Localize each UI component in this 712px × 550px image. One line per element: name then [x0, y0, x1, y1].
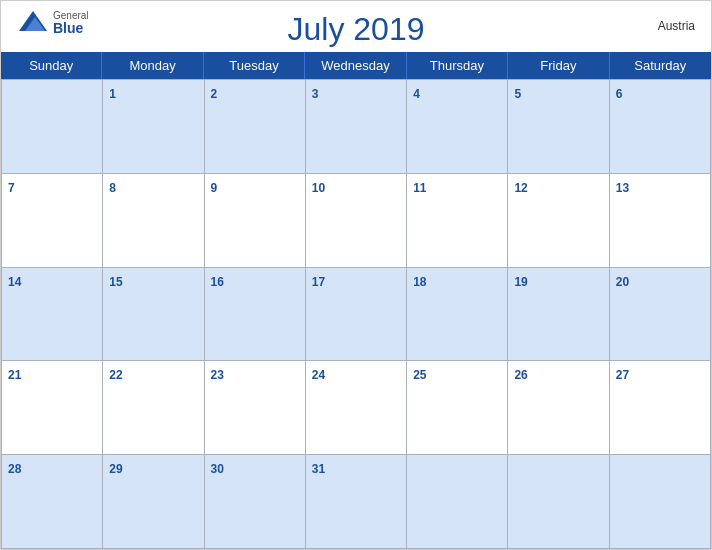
cell-num: 13: [616, 181, 629, 195]
week-row-2: 7 8 9 10 11 12 13: [2, 174, 711, 268]
cell-29: 29: [103, 455, 204, 549]
day-friday: Friday: [508, 52, 609, 79]
cell-num: 28: [8, 462, 21, 476]
day-monday: Monday: [102, 52, 203, 79]
cell-9: 9: [205, 174, 306, 268]
cell-num: 12: [514, 181, 527, 195]
cell-1: 1: [103, 80, 204, 174]
cell-num: 31: [312, 462, 325, 476]
country-label: Austria: [658, 19, 695, 33]
cell-num: 23: [211, 368, 224, 382]
cell-2: 2: [205, 80, 306, 174]
week-row-1: 1 2 3 4 5 6: [2, 80, 711, 174]
cell-28: 28: [2, 455, 103, 549]
cell-num: 22: [109, 368, 122, 382]
cell-num: 14: [8, 275, 21, 289]
cell-num: 1: [109, 87, 116, 101]
cell-num: 16: [211, 275, 224, 289]
days-header: Sunday Monday Tuesday Wednesday Thursday…: [1, 52, 711, 79]
cell-18: 18: [407, 268, 508, 362]
day-tuesday: Tuesday: [204, 52, 305, 79]
day-thursday: Thursday: [407, 52, 508, 79]
cell-num: 26: [514, 368, 527, 382]
cell-26: 26: [508, 361, 609, 455]
week-row-5: 28 29 30 31: [2, 455, 711, 549]
cell-num: 11: [413, 181, 426, 195]
cell-19: 19: [508, 268, 609, 362]
cell-num: 17: [312, 275, 325, 289]
cell-27: 27: [610, 361, 711, 455]
cell-21: 21: [2, 361, 103, 455]
day-saturday: Saturday: [610, 52, 711, 79]
cell-empty-4: [610, 455, 711, 549]
cell-num: 4: [413, 87, 420, 101]
logo-blue: Blue: [53, 21, 89, 36]
cell-16: 16: [205, 268, 306, 362]
cell-6: 6: [610, 80, 711, 174]
calendar-header: General Blue July 2019 Austria: [1, 1, 711, 52]
cell-7: 7: [2, 174, 103, 268]
cell-num: 15: [109, 275, 122, 289]
cell-20: 20: [610, 268, 711, 362]
cell-num: 29: [109, 462, 122, 476]
cell-30: 30: [205, 455, 306, 549]
cell-17: 17: [306, 268, 407, 362]
cell-22: 22: [103, 361, 204, 455]
cell-13: 13: [610, 174, 711, 268]
calendar-grid: 1 2 3 4 5 6 7 8 9 10 11 12 13 14 15 16 1…: [1, 79, 711, 549]
cell-10: 10: [306, 174, 407, 268]
cell-empty-2: [407, 455, 508, 549]
cell-31: 31: [306, 455, 407, 549]
month-title: July 2019: [288, 11, 425, 48]
cell-25: 25: [407, 361, 508, 455]
logo: General Blue: [17, 9, 89, 37]
cell-num: 6: [616, 87, 623, 101]
cell-5: 5: [508, 80, 609, 174]
week-row-3: 14 15 16 17 18 19 20: [2, 268, 711, 362]
cell-empty-3: [508, 455, 609, 549]
cell-num: 7: [8, 181, 15, 195]
day-sunday: Sunday: [1, 52, 102, 79]
cell-num: 30: [211, 462, 224, 476]
cell-8: 8: [103, 174, 204, 268]
cell-num: 20: [616, 275, 629, 289]
cell-num: 8: [109, 181, 116, 195]
week-row-4: 21 22 23 24 25 26 27: [2, 361, 711, 455]
cell-num: 18: [413, 275, 426, 289]
cell-num: 2: [211, 87, 218, 101]
cell-num: 25: [413, 368, 426, 382]
cell-14: 14: [2, 268, 103, 362]
cell-num: 10: [312, 181, 325, 195]
calendar-container: General Blue July 2019 Austria Sunday Mo…: [0, 0, 712, 550]
day-wednesday: Wednesday: [305, 52, 406, 79]
cell-num: 5: [514, 87, 521, 101]
cell-4: 4: [407, 80, 508, 174]
cell-12: 12: [508, 174, 609, 268]
cell-num: 19: [514, 275, 527, 289]
cell-num: 27: [616, 368, 629, 382]
cell-num: 21: [8, 368, 21, 382]
cell-num: 24: [312, 368, 325, 382]
logo-icon: [17, 9, 49, 37]
cell-num: 9: [211, 181, 218, 195]
cell-num: 3: [312, 87, 319, 101]
cell-24: 24: [306, 361, 407, 455]
cell-23: 23: [205, 361, 306, 455]
cell-3: 3: [306, 80, 407, 174]
cell-15: 15: [103, 268, 204, 362]
cell-11: 11: [407, 174, 508, 268]
cell-empty-1: [2, 80, 103, 174]
